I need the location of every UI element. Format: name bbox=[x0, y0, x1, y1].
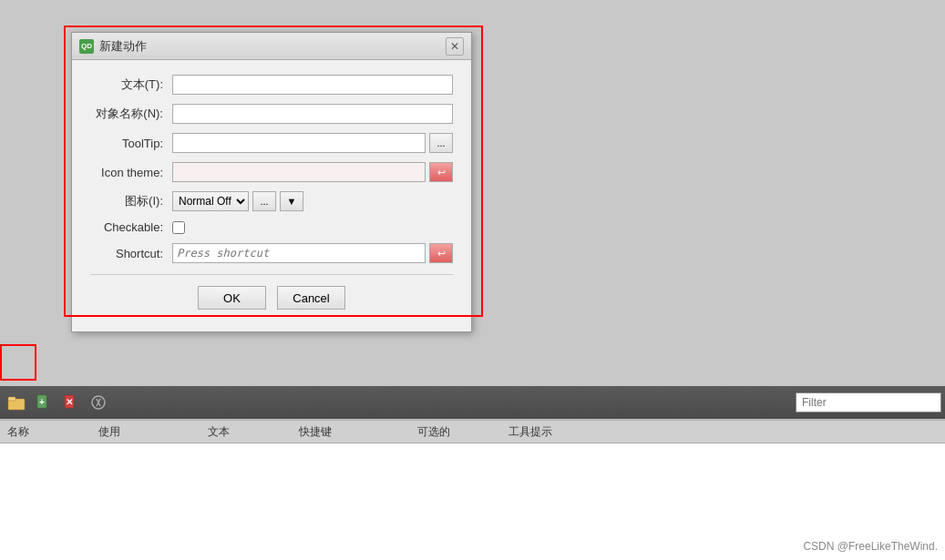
toolbar-new-button[interactable]: + bbox=[31, 390, 56, 415]
dialog-icon-label: QD bbox=[81, 42, 92, 50]
col-header-text: 文本 bbox=[208, 424, 299, 440]
icon-select[interactable]: Normal Off bbox=[172, 191, 249, 211]
icon-row: 图标(I): Normal Off ... ▼ bbox=[90, 191, 453, 211]
titlebar-left: QD 新建动作 bbox=[79, 38, 147, 55]
shortcut-label: Shortcut: bbox=[90, 247, 172, 260]
col-header-tooltip: 工具提示 bbox=[508, 424, 618, 440]
col-header-name: 名称 bbox=[7, 424, 98, 440]
tooltip-input[interactable] bbox=[172, 133, 426, 153]
tooltip-row: ToolTip: ... bbox=[90, 133, 453, 153]
column-headers: 名称 使用 文本 快捷键 可选的 工具提示 bbox=[0, 420, 945, 443]
ok-button[interactable]: OK bbox=[198, 286, 266, 310]
icon-theme-input-group: ↩ bbox=[172, 162, 453, 182]
toolbar-highlight bbox=[0, 344, 36, 381]
icon-theme-label: Icon theme: bbox=[90, 166, 172, 179]
dialog-body: 文本(T): 对象名称(N): ToolTip: ... Icon theme: bbox=[72, 60, 471, 331]
col-header-optional: 可选的 bbox=[417, 424, 508, 440]
cancel-button[interactable]: Cancel bbox=[277, 286, 345, 310]
icon-label: 图标(I): bbox=[90, 193, 172, 209]
toolbar-settings-button[interactable] bbox=[86, 390, 111, 415]
svg-text:+: + bbox=[39, 397, 45, 407]
delete-icon: ✕ bbox=[62, 393, 80, 412]
tooltip-input-group: ... bbox=[172, 133, 453, 153]
dialog-close-button[interactable]: ✕ bbox=[446, 37, 464, 56]
text-input[interactable] bbox=[172, 75, 453, 95]
tooltip-browse-button[interactable]: ... bbox=[429, 133, 453, 153]
shortcut-row: Shortcut: ↩ bbox=[90, 243, 453, 263]
col-header-usage: 使用 bbox=[98, 424, 208, 440]
checkable-row: Checkable: bbox=[90, 220, 453, 234]
svg-rect-1 bbox=[8, 397, 15, 401]
watermark: CSDN @FreeLikeTheWind. bbox=[803, 540, 938, 553]
icon-dropdown-button[interactable]: ▼ bbox=[280, 191, 303, 211]
dialog-footer: OK Cancel bbox=[90, 286, 453, 321]
icon-theme-input[interactable] bbox=[172, 162, 426, 182]
checkable-label: Checkable: bbox=[90, 220, 172, 234]
icon-theme-row: Icon theme: ↩ bbox=[90, 162, 453, 182]
checkable-checkbox[interactable] bbox=[172, 221, 185, 234]
text-field-row: 文本(T): bbox=[90, 75, 453, 95]
icon-select-group: Normal Off ... ▼ bbox=[172, 191, 303, 211]
main-background: QD 新建动作 ✕ 文本(T): 对象名称(N): ToolTip: bbox=[0, 0, 945, 560]
filter-input[interactable] bbox=[796, 392, 941, 412]
toolbar-folder-button[interactable] bbox=[4, 390, 29, 415]
shortcut-reset-button[interactable]: ↩ bbox=[429, 243, 453, 263]
dialog-app-icon: QD bbox=[79, 39, 94, 54]
object-name-row: 对象名称(N): bbox=[90, 104, 453, 124]
dialog-title: 新建动作 bbox=[99, 38, 147, 55]
new-icon: + bbox=[35, 393, 53, 412]
text-label: 文本(T): bbox=[90, 76, 172, 93]
main-toolbar: + ✕ bbox=[0, 386, 945, 419]
dialog-titlebar: QD 新建动作 ✕ bbox=[72, 33, 471, 60]
folder-icon bbox=[7, 393, 26, 412]
shortcut-input[interactable] bbox=[172, 243, 426, 263]
toolbar-delete-button[interactable]: ✕ bbox=[58, 390, 84, 415]
new-action-dialog: QD 新建动作 ✕ 文本(T): 对象名称(N): ToolTip: bbox=[71, 32, 472, 332]
svg-text:✕: ✕ bbox=[66, 397, 73, 407]
object-name-input[interactable] bbox=[172, 104, 453, 124]
col-header-shortcut: 快捷键 bbox=[299, 424, 417, 440]
dialog-separator bbox=[90, 274, 453, 275]
icon-theme-reset-button[interactable]: ↩ bbox=[429, 162, 453, 182]
object-label: 对象名称(N): bbox=[90, 106, 172, 122]
settings-icon bbox=[89, 393, 108, 412]
shortcut-input-group: ↩ bbox=[172, 243, 453, 263]
tooltip-label: ToolTip: bbox=[90, 137, 172, 150]
icon-browse-button[interactable]: ... bbox=[252, 191, 276, 211]
